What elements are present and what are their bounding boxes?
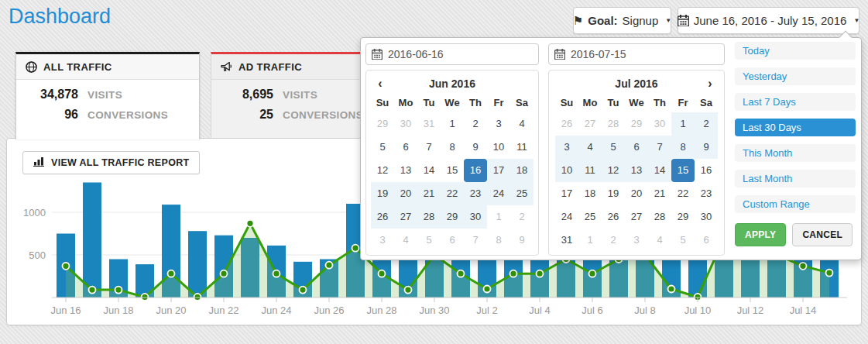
day-cell[interactable]: 26 bbox=[371, 205, 394, 229]
day-cell[interactable]: 18 bbox=[578, 182, 602, 205]
day-cell[interactable]: 11 bbox=[578, 159, 602, 182]
chart-point[interactable] bbox=[221, 270, 228, 277]
chart-point[interactable] bbox=[352, 245, 359, 252]
day-cell[interactable]: 27 bbox=[394, 205, 417, 229]
day-cell[interactable]: 31 bbox=[555, 229, 578, 252]
range-item-last-month[interactable]: Last Month bbox=[735, 170, 856, 187]
day-cell[interactable]: 29 bbox=[441, 205, 464, 229]
day-cell[interactable]: 23 bbox=[464, 182, 487, 205]
chart-point[interactable] bbox=[668, 286, 675, 293]
chart-bar[interactable] bbox=[188, 231, 207, 298]
day-cell[interactable]: 14 bbox=[648, 159, 671, 182]
range-item-last-7-days[interactable]: Last 7 Days bbox=[735, 93, 856, 111]
day-cell[interactable]: 30 bbox=[695, 205, 718, 229]
range-item-custom-range[interactable]: Custom Range bbox=[735, 195, 856, 213]
day-cell[interactable]: 18 bbox=[510, 159, 533, 182]
day-cell[interactable]: 26 bbox=[555, 112, 578, 136]
all-traffic-tab[interactable]: ALL TRAFFIC 34,878 VISITS 96 CONVERSIONS bbox=[15, 52, 200, 139]
day-cell[interactable]: 3 bbox=[555, 136, 578, 159]
day-cell[interactable]: 23 bbox=[695, 182, 718, 205]
chart-point[interactable] bbox=[115, 287, 122, 294]
day-cell[interactable]: 27 bbox=[578, 112, 602, 136]
day-cell[interactable]: 28 bbox=[417, 205, 441, 229]
chart-point[interactable] bbox=[537, 270, 544, 277]
day-cell[interactable]: 28 bbox=[602, 112, 625, 136]
day-cell[interactable]: 20 bbox=[394, 182, 417, 205]
range-item-this-month[interactable]: This Month bbox=[735, 144, 856, 162]
day-cell[interactable]: 2 bbox=[464, 112, 487, 136]
day-cell[interactable]: 19 bbox=[602, 182, 625, 205]
day-cell[interactable]: 9 bbox=[510, 229, 533, 252]
day-cell[interactable]: 27 bbox=[625, 205, 648, 229]
prev-month-button[interactable]: ‹ bbox=[371, 77, 389, 91]
range-item-today[interactable]: Today bbox=[735, 42, 856, 60]
day-cell[interactable]: 2 bbox=[510, 205, 533, 229]
chart-point[interactable] bbox=[326, 262, 333, 269]
day-cell[interactable]: 3 bbox=[371, 229, 394, 252]
next-month-button[interactable]: › bbox=[701, 77, 719, 91]
day-cell[interactable]: 1 bbox=[441, 112, 464, 136]
day-cell[interactable]: 4 bbox=[394, 229, 417, 252]
chart-point[interactable] bbox=[510, 270, 517, 277]
day-cell[interactable]: 9 bbox=[695, 136, 718, 159]
day-cell[interactable]: 30 bbox=[648, 112, 671, 136]
range-item-yesterday[interactable]: Yesterday bbox=[735, 67, 856, 85]
chart-point[interactable] bbox=[484, 286, 491, 293]
day-cell[interactable]: 4 bbox=[578, 136, 602, 159]
day-cell[interactable]: 22 bbox=[671, 182, 695, 205]
day-cell[interactable]: 21 bbox=[417, 182, 441, 205]
range-item-last-30-days[interactable]: Last 30 Days bbox=[735, 119, 856, 136]
day-cell[interactable]: 17 bbox=[487, 159, 510, 182]
start-date-input[interactable] bbox=[365, 43, 539, 65]
view-all-traffic-report-button[interactable]: VIEW ALL TRAFFIC REPORT bbox=[22, 151, 200, 174]
day-cell[interactable]: 3 bbox=[625, 229, 648, 252]
day-cell[interactable]: 1 bbox=[487, 205, 510, 229]
day-cell[interactable]: 2 bbox=[602, 229, 625, 252]
day-cell[interactable]: 5 bbox=[602, 136, 625, 159]
chart-point[interactable] bbox=[458, 270, 465, 277]
day-cell[interactable]: 8 bbox=[441, 136, 464, 159]
day-cell[interactable]: 17 bbox=[555, 182, 578, 205]
day-cell[interactable]: 6 bbox=[625, 136, 648, 159]
day-cell[interactable]: 3 bbox=[487, 112, 510, 136]
day-cell[interactable]: 6 bbox=[695, 229, 718, 252]
day-cell[interactable]: 10 bbox=[555, 159, 578, 182]
day-cell[interactable]: 30 bbox=[394, 112, 417, 136]
cancel-button[interactable]: CANCEL bbox=[792, 223, 853, 246]
day-cell[interactable]: 12 bbox=[602, 159, 625, 182]
day-cell[interactable]: 13 bbox=[394, 159, 417, 182]
chart-point[interactable] bbox=[300, 287, 307, 294]
day-cell[interactable]: 28 bbox=[648, 205, 671, 229]
day-cell-selected[interactable]: 16 bbox=[464, 159, 487, 182]
day-cell[interactable]: 2 bbox=[695, 112, 718, 136]
end-date-input[interactable] bbox=[548, 43, 725, 65]
day-cell[interactable]: 26 bbox=[602, 205, 625, 229]
date-range-button[interactable]: June 16, 2016 - July 15, 2016 ▼ bbox=[678, 7, 859, 34]
day-cell[interactable]: 29 bbox=[625, 112, 648, 136]
chart-point[interactable] bbox=[247, 220, 254, 227]
day-cell[interactable]: 25 bbox=[578, 205, 602, 229]
day-cell[interactable]: 13 bbox=[625, 159, 648, 182]
chart-point[interactable] bbox=[273, 270, 280, 277]
day-cell[interactable]: 6 bbox=[394, 136, 417, 159]
day-cell[interactable]: 1 bbox=[578, 229, 602, 252]
chart-point[interactable] bbox=[800, 263, 807, 270]
day-cell[interactable]: 6 bbox=[441, 229, 464, 252]
day-cell[interactable]: 8 bbox=[487, 229, 510, 252]
day-cell[interactable]: 12 bbox=[371, 159, 394, 182]
chart-point[interactable] bbox=[63, 263, 70, 270]
day-cell[interactable]: 5 bbox=[371, 136, 394, 159]
chart-point[interactable] bbox=[194, 294, 201, 301]
day-cell[interactable]: 30 bbox=[464, 205, 487, 229]
day-cell[interactable]: 4 bbox=[510, 112, 533, 136]
day-cell[interactable]: 15 bbox=[441, 159, 464, 182]
chart-point[interactable] bbox=[405, 287, 412, 294]
day-cell[interactable]: 7 bbox=[417, 136, 441, 159]
day-cell[interactable]: 20 bbox=[625, 182, 648, 205]
day-cell[interactable]: 7 bbox=[464, 229, 487, 252]
goal-dropdown-button[interactable]: ⚑ Goal: Signup ▼ bbox=[573, 7, 671, 34]
chart-point[interactable] bbox=[379, 270, 386, 277]
chart-point[interactable] bbox=[89, 287, 96, 294]
day-cell[interactable]: 24 bbox=[487, 182, 510, 205]
day-cell[interactable]: 31 bbox=[417, 112, 441, 136]
